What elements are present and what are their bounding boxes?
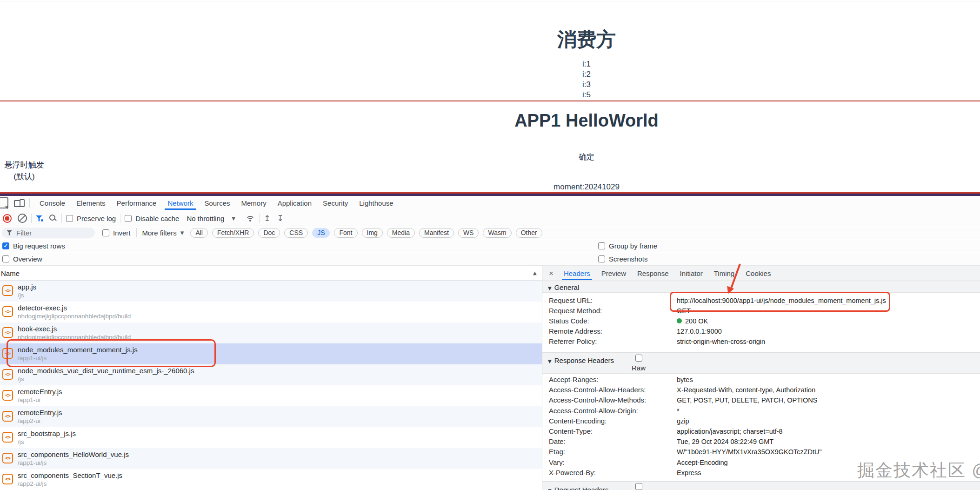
disclosure-triangle-icon: ▼ <box>548 286 552 291</box>
filter-pill-wasm[interactable]: Wasm <box>483 228 511 238</box>
overview-checkbox[interactable] <box>2 255 9 262</box>
header-label: Access-Control-Allow-Headers: <box>549 386 646 394</box>
close-icon[interactable]: × <box>549 269 553 277</box>
request-row[interactable]: <>detector-exec.jsnhdogjmejiglipccpnnnan… <box>0 302 542 322</box>
network-options-row-2: Overview Screenshots <box>0 253 980 266</box>
header-row: Request URL:http://localhost:9000/app1-u… <box>542 296 980 307</box>
devtools-tab-application[interactable]: Application <box>272 196 317 210</box>
invert-label: Invert <box>113 229 131 237</box>
request-name: app.js <box>18 283 36 291</box>
disable-cache-checkbox[interactable] <box>125 215 132 222</box>
devtools-tabs: ConsoleElementsPerformanceNetworkSources… <box>34 196 399 210</box>
header-value: strict-origin-when-cross-origin <box>677 338 765 345</box>
page-title: 消费方 <box>400 27 773 53</box>
header-value: Tue, 29 Oct 2024 08:22:49 GMT <box>677 438 773 445</box>
detail-tab-response[interactable]: Response <box>632 266 674 280</box>
detail-tabs: HeadersPreviewResponseInitiatorTimingCoo… <box>558 266 776 280</box>
header-row: Access-Control-Allow-Methods:GET, POST, … <box>542 396 980 406</box>
filter-pill-media[interactable]: Media <box>387 228 415 238</box>
request-name: src_bootstrap_js.js <box>18 430 76 437</box>
header-label: Status Code: <box>549 317 589 325</box>
throttling-select[interactable]: No throttling <box>187 215 224 222</box>
detail-tabbar: × HeadersPreviewResponseInitiatorTimingC… <box>542 266 980 281</box>
filter-pill-manifest[interactable]: Manifest <box>419 228 454 238</box>
header-value: 127.0.0.1:9000 <box>677 328 722 335</box>
clear-network-log-icon[interactable] <box>18 214 27 223</box>
disclosure-triangle-icon: ▼ <box>548 488 552 490</box>
header-label: Request Method: <box>549 307 602 315</box>
inspect-element-icon[interactable] <box>0 197 8 208</box>
invert-checkbox[interactable] <box>102 229 109 236</box>
request-row[interactable]: <>hook-exec.jsnhdogjmejiglipccpnnnanhble… <box>0 322 542 343</box>
request-name: src_components_HelloWorld_vue.js <box>18 450 129 458</box>
request-row[interactable]: <>node_modules_moment_moment_js.js/app1-… <box>0 343 542 364</box>
request-path: nhdogjmejiglipccpnnnanhbledajbpd/build <box>18 313 131 320</box>
filter-pill-img[interactable]: Img <box>362 228 383 238</box>
more-filters-button[interactable]: More filters <box>142 229 177 237</box>
request-headers-band[interactable]: ▼Request Headers <box>542 481 980 490</box>
search-icon[interactable] <box>49 214 57 222</box>
header-value: Express <box>677 469 701 477</box>
filter-pill-css[interactable]: CSS <box>284 228 308 238</box>
record-network-log-icon[interactable] <box>3 214 12 223</box>
devtools-tab-elements[interactable]: Elements <box>71 196 111 210</box>
device-toolbar-icon[interactable] <box>14 198 25 208</box>
preserve-log-checkbox[interactable] <box>66 215 73 222</box>
header-value: * <box>677 407 680 415</box>
filter-input[interactable] <box>15 228 82 237</box>
network-filter-row: Invert More filters ▼ AllFetch/XHRDocCSS… <box>0 227 980 239</box>
header-row: X-Powered-By:Express <box>542 469 980 479</box>
js-file-icon: <> <box>2 285 13 296</box>
filter-pill-font[interactable]: Font <box>334 228 357 238</box>
screenshots-checkbox[interactable] <box>598 255 605 262</box>
devtools-tab-performance[interactable]: Performance <box>111 196 162 210</box>
response-headers-band[interactable]: ▼Response Headers Raw <box>542 352 980 374</box>
devtools-tab-sources[interactable]: Sources <box>199 196 235 210</box>
import-har-icon[interactable]: ↥ <box>264 215 270 222</box>
confirm-button[interactable]: 确定 <box>400 152 773 162</box>
big-request-rows-checkbox[interactable] <box>2 242 9 249</box>
js-file-icon: <> <box>2 306 13 317</box>
response-raw-checkbox[interactable] <box>635 355 642 362</box>
devtools-tab-security[interactable]: Security <box>317 196 353 210</box>
general-section-band[interactable]: ▼General <box>542 282 980 293</box>
request-row[interactable]: <>src_components_SectionT_vue.js/app2-ui… <box>0 469 542 490</box>
app1-title: APP1 HelloWorld <box>400 111 773 131</box>
devtools-tab-lighthouse[interactable]: Lighthouse <box>353 196 399 210</box>
request-row[interactable]: <>remoteEntry.js/app2-ui <box>0 406 542 427</box>
filter-pill-fetch-xhr[interactable]: Fetch/XHR <box>212 228 254 238</box>
request-path: /js <box>18 438 24 445</box>
filter-pill-other[interactable]: Other <box>516 228 542 238</box>
name-column-header[interactable]: Name ▲ <box>0 266 542 281</box>
request-row[interactable]: <>remoteEntry.js/app1-ui <box>0 385 542 406</box>
detail-tab-preview[interactable]: Preview <box>596 266 632 280</box>
detail-tab-timing[interactable]: Timing <box>708 266 740 280</box>
detail-tab-cookies[interactable]: Cookies <box>740 266 776 280</box>
devtools-tab-memory[interactable]: Memory <box>236 196 272 210</box>
overview-label: Overview <box>13 255 42 263</box>
filter-pill-all[interactable]: All <box>190 228 208 238</box>
js-file-icon: <> <box>2 327 13 338</box>
request-row[interactable]: <>src_components_HelloWorld_vue.js/app1-… <box>0 448 542 469</box>
export-har-icon[interactable]: ↧ <box>277 215 283 222</box>
devtools-tab-console[interactable]: Console <box>34 196 71 210</box>
devtools-tab-network[interactable]: Network <box>162 196 199 210</box>
divider <box>31 214 32 223</box>
filter-box[interactable] <box>2 228 95 238</box>
header-value: gzip <box>677 417 689 425</box>
request-row[interactable]: <>app.js/js <box>0 281 542 302</box>
detail-tab-initiator[interactable]: Initiator <box>674 266 708 280</box>
group-by-frame-checkbox[interactable] <box>598 242 605 249</box>
network-conditions-icon[interactable] <box>246 215 255 222</box>
filter-pill-doc[interactable]: Doc <box>258 228 280 238</box>
hover-trigger-label: 悬浮时触发 (默认) <box>3 159 46 182</box>
chevron-down-icon: ▼ <box>180 230 184 235</box>
divider <box>136 228 137 237</box>
request-detail-panel: × HeadersPreviewResponseInitiatorTimingC… <box>542 266 980 490</box>
request-row[interactable]: <>node_modules_vue_dist_vue_runtime_esm_… <box>0 364 542 385</box>
filter-pill-ws[interactable]: WS <box>458 228 479 238</box>
filter-pill-js[interactable]: JS <box>312 228 330 238</box>
detail-tab-headers[interactable]: Headers <box>558 266 596 280</box>
request-raw-checkbox[interactable] <box>635 483 642 490</box>
request-row[interactable]: <>src_bootstrap_js.js/js <box>0 427 542 448</box>
